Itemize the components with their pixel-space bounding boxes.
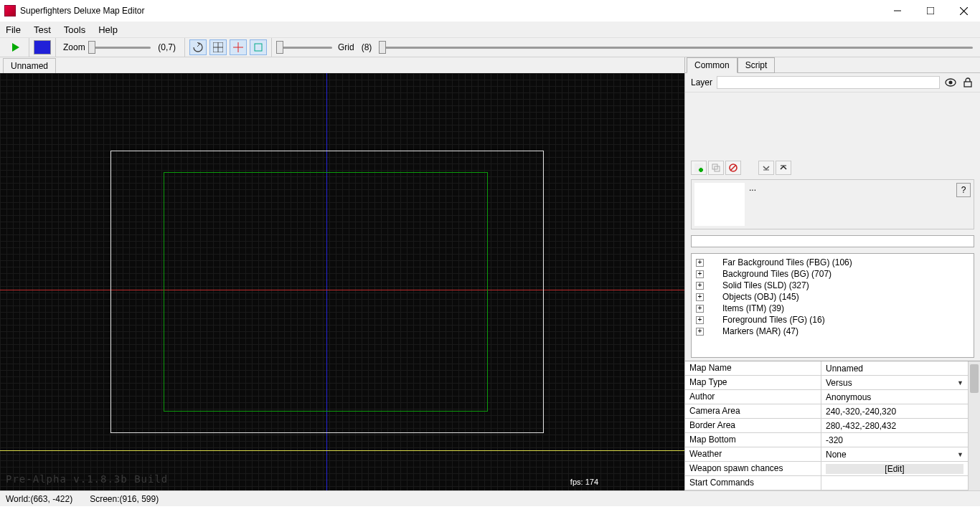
asset-toolbar (685, 159, 980, 176)
property-grid: Map NameUnnamed Map TypeVersus▼ AuthorAn… (685, 361, 980, 490)
expand-icon[interactable]: + (696, 305, 704, 313)
expand-icon[interactable]: + (696, 282, 704, 290)
expand-icon[interactable]: + (696, 293, 704, 301)
expand-icon[interactable]: + (696, 259, 704, 267)
prop-label: Map Bottom (685, 433, 821, 447)
layer-list-area (685, 92, 980, 159)
prop-label: Weapon spawn chances (685, 462, 821, 475)
move-down-button[interactable] (758, 161, 774, 175)
prop-map-type[interactable]: Versus▼ (821, 376, 968, 389)
tree-node[interactable]: Foreground Tiles (FG) (16) (722, 315, 825, 325)
property-scrollbar[interactable] (968, 361, 980, 490)
prop-author[interactable]: Anonymous (821, 390, 968, 404)
delete-asset-button[interactable] (725, 161, 741, 175)
layer-label: Layer (691, 77, 712, 87)
asset-search-input[interactable] (691, 235, 974, 247)
prop-weapon-spawn[interactable]: [Edit] (821, 462, 968, 475)
tree-node[interactable]: Far Background Tiles (FBG) (106) (722, 257, 852, 267)
tree-node[interactable]: Items (ITM) (39) (722, 303, 784, 313)
prop-map-name[interactable]: Unnamed (821, 361, 968, 375)
expand-icon[interactable]: + (696, 328, 704, 336)
expand-icon[interactable]: + (696, 316, 704, 324)
menu-help[interactable]: Help (98, 24, 118, 35)
window-title: Superfighters Deluxe Map Editor (20, 6, 881, 16)
copy-asset-button[interactable] (708, 161, 724, 175)
layer-input[interactable] (717, 76, 940, 89)
status-screen: Screen:(916, 599) (90, 494, 159, 504)
prop-label: Weather (685, 447, 821, 461)
svg-rect-1 (927, 7, 934, 14)
prop-border-area[interactable]: 280,-432,-280,432 (821, 419, 968, 432)
color-swatch[interactable] (34, 40, 51, 54)
snap-button-1[interactable] (189, 39, 207, 55)
prop-label: Map Name (685, 361, 821, 375)
prop-map-bottom[interactable]: -320 (821, 433, 968, 447)
add-asset-button[interactable] (691, 161, 707, 175)
fps-counter: fps: 174 (570, 478, 598, 486)
prop-start-commands[interactable] (821, 476, 968, 490)
help-button[interactable]: ? (956, 183, 971, 197)
close-button[interactable] (947, 0, 980, 22)
dropdown-icon[interactable]: ▼ (957, 451, 963, 458)
svg-point-8 (949, 81, 953, 85)
build-version-text: Pre-Alpha v.1.8.3b Build (6, 473, 168, 485)
maximize-button[interactable] (914, 0, 947, 22)
right-tabs: Common Script (685, 57, 980, 73)
svg-line-16 (730, 165, 736, 171)
menu-bar: File Test Tools Help (0, 22, 980, 37)
lock-icon[interactable] (961, 76, 974, 89)
grid-label: Grid (338, 42, 354, 52)
expand-icon[interactable]: + (696, 270, 704, 278)
tree-node[interactable]: Solid Tiles (SLD) (327) (722, 280, 809, 290)
app-icon (4, 5, 16, 16)
prop-label: Border Area (685, 419, 821, 432)
asset-thumbnail (694, 183, 745, 226)
asset-preview-box: ... ? (691, 179, 974, 229)
grid-value: (8) (357, 42, 377, 52)
prop-camera-area[interactable]: 240,-320,-240,320 (821, 404, 968, 418)
map-canvas[interactable]: Pre-Alpha v.1.8.3b Build fps: 174 (0, 73, 684, 490)
visibility-icon[interactable] (944, 76, 957, 89)
canvas-panel: Unnamed Pre-Alpha v.1.8.3b Build fps: 17… (0, 57, 684, 490)
move-up-button[interactable] (776, 161, 791, 175)
zoom-label: Zoom (63, 42, 85, 52)
svg-rect-9 (964, 82, 971, 87)
asset-tree[interactable]: +Far Background Tiles (FBG) (106) +Backg… (691, 253, 974, 358)
prop-label: Map Type (685, 376, 821, 389)
prop-label: Author (685, 390, 821, 404)
prop-label: Start Commands (685, 476, 821, 490)
right-panel: Common Script Layer ... ? (684, 57, 980, 490)
prop-weather[interactable]: None▼ (821, 447, 968, 461)
border-area-rect (164, 172, 488, 412)
bounds-button[interactable] (250, 39, 267, 55)
tab-common[interactable]: Common (687, 57, 738, 73)
title-bar: Superfighters Deluxe Map Editor (0, 0, 980, 22)
grid-toggle-button[interactable] (209, 39, 227, 55)
tree-node[interactable]: Background Tiles (BG) (707) (722, 269, 831, 279)
status-bar: World:(663, -422) Screen:(916, 599) (0, 490, 980, 506)
tree-node[interactable]: Markers (MAR) (47) (722, 326, 798, 336)
toolbar: Zoom (0,7) Grid (8) (0, 37, 980, 57)
document-tab[interactable]: Unnamed (3, 58, 56, 73)
menu-file[interactable]: File (6, 24, 21, 35)
asset-name: ... (749, 183, 756, 226)
zoom-value: (0,7) (154, 42, 180, 52)
grid-slider[interactable] (276, 40, 332, 54)
svg-rect-6 (255, 44, 262, 51)
tab-script[interactable]: Script (738, 57, 776, 73)
grid-slider-2[interactable] (379, 40, 973, 54)
tree-node[interactable]: Objects (OBJ) (145) (722, 292, 799, 302)
crosshair-button[interactable] (230, 39, 247, 55)
prop-label: Camera Area (685, 404, 821, 418)
document-tabs: Unnamed (0, 57, 684, 73)
status-world: World:(663, -422) (6, 494, 72, 504)
zoom-slider[interactable] (88, 40, 151, 54)
play-button[interactable] (7, 39, 24, 55)
menu-tools[interactable]: Tools (64, 24, 85, 35)
menu-test[interactable]: Test (34, 24, 51, 35)
minimize-button[interactable] (881, 0, 914, 22)
map-bottom-line (0, 450, 684, 451)
dropdown-icon[interactable]: ▼ (957, 379, 963, 386)
